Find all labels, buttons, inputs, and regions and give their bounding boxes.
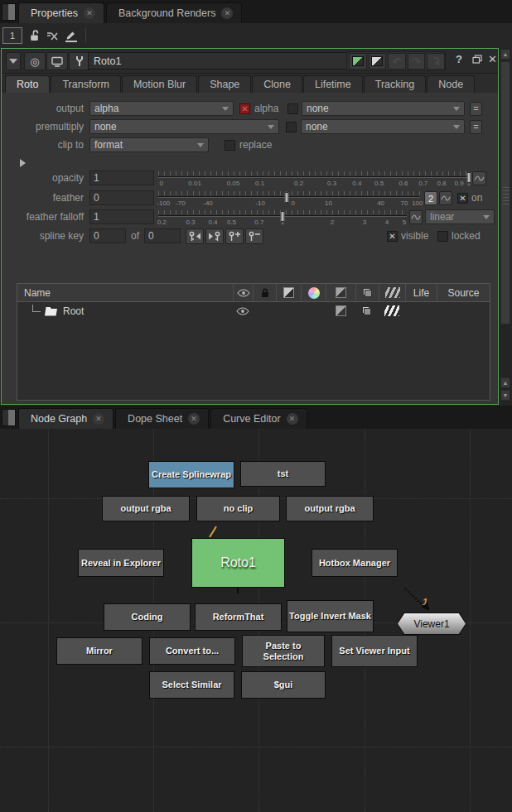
node-name-input[interactable] (88, 52, 353, 70)
scroll-up-icon[interactable]: ▲ (500, 49, 510, 60)
opacity-curve-button[interactable] (472, 171, 486, 185)
gradient-column-header[interactable] (326, 284, 355, 301)
tab-background-renders[interactable]: Background Renders ✕ (106, 2, 242, 23)
close-panel-icon[interactable]: ✕ (488, 53, 497, 65)
prev-key-button[interactable] (186, 228, 204, 244)
revert-button[interactable]: ↷ (427, 53, 445, 70)
tab-node-graph[interactable]: Node Graph ✕ (18, 408, 114, 429)
node-graph[interactable]: Create Splinewrap tst output rgba no cli… (0, 429, 512, 812)
feather-slider[interactable]: -100-70-40-100104070100 (158, 190, 420, 209)
replace-checkbox[interactable] (225, 140, 235, 151)
table-row-root[interactable]: Root (17, 302, 490, 320)
roto1-input-stub[interactable] (209, 526, 217, 538)
node-create-splinewrap[interactable]: Create Splinewrap (148, 461, 234, 488)
life-column-header[interactable]: Life (405, 284, 437, 301)
feather-curve-button[interactable] (439, 191, 452, 205)
name-column-header[interactable]: Name (17, 284, 233, 301)
panel-tab[interactable]: Roto (5, 75, 50, 93)
node-hotbox-manager[interactable]: Hotbox Manager (312, 549, 398, 577)
scroll-down-icon[interactable]: ▼ (500, 390, 510, 401)
row-layers-toggle[interactable] (355, 302, 379, 320)
panel-tab[interactable]: Tracking (364, 75, 426, 93)
panel-tab[interactable]: Lifetime (303, 75, 363, 93)
node-roto1[interactable]: Roto1 (191, 538, 285, 588)
close-icon[interactable]: ✕ (93, 413, 104, 425)
visibility-column-header[interactable] (233, 284, 253, 301)
lock-column-header[interactable] (253, 284, 276, 301)
tab-dope-sheet[interactable]: Dope Sheet ✕ (115, 408, 209, 429)
center-node-button[interactable]: ◎ (24, 52, 46, 70)
collapse-button[interactable] (6, 52, 21, 70)
add-key-button[interactable] (225, 228, 244, 244)
node-gui[interactable]: $gui (241, 671, 326, 699)
slider-handle[interactable] (281, 211, 285, 222)
falloff-type-dropdown[interactable]: linear (425, 209, 495, 224)
output-equals-button[interactable]: = (470, 102, 482, 116)
slider-handle[interactable] (284, 192, 288, 203)
node-reveal-in-explorer[interactable]: Reveal in Explorer (78, 549, 164, 577)
pane-menu-icon[interactable] (2, 409, 16, 426)
opacity-input[interactable] (89, 171, 154, 185)
unlock-icon[interactable] (29, 30, 40, 41)
close-icon[interactable]: ✕ (287, 413, 298, 425)
help-button[interactable]: ? (456, 53, 462, 65)
close-icon[interactable]: ✕ (84, 7, 95, 19)
close-icon[interactable]: ✕ (188, 413, 200, 425)
output-extra-checkbox[interactable] (287, 103, 298, 114)
node-set-viewer-input[interactable]: Set Viewer Input (331, 635, 418, 667)
feather-input[interactable] (89, 190, 154, 205)
node-reformthat[interactable]: ReformThat (195, 603, 282, 631)
premultiply-dropdown[interactable]: none (89, 119, 279, 134)
node-paste-to-selection[interactable]: Paste to Selection (242, 635, 325, 667)
pane-menu-icon[interactable] (2, 3, 16, 21)
next-key-button[interactable] (205, 228, 224, 244)
tab-properties[interactable]: Properties ✕ (18, 2, 104, 23)
locked-checkbox[interactable] (437, 231, 448, 242)
viewer-node-shape[interactable]: Viewer1 (398, 613, 466, 634)
feather-falloff-input[interactable] (89, 209, 154, 224)
clip-to-dropdown[interactable]: format (89, 137, 209, 152)
panel-tab[interactable]: Node (427, 75, 475, 93)
node-output-rgba-1[interactable]: output rgba (102, 496, 190, 521)
row-motionblur-toggle[interactable] (379, 302, 405, 320)
panel-tab[interactable]: Motion Blur (122, 75, 197, 93)
node-output-rgba-2[interactable]: output rgba (286, 496, 374, 521)
feather-falloff-slider[interactable]: 0.20.30.40.50.712345 (158, 209, 407, 228)
max-panels-input[interactable] (2, 27, 22, 44)
node-viewer1[interactable]: Viewer1 (398, 613, 466, 634)
monitor-button[interactable] (46, 52, 68, 70)
node-no-clip[interactable]: no clip (196, 496, 280, 521)
node-coding[interactable]: Coding (104, 603, 191, 631)
output-dropdown[interactable]: alpha (89, 101, 234, 116)
alpha-checkbox[interactable]: ✕ (239, 103, 250, 114)
spline-key-total-input[interactable] (144, 228, 181, 243)
feather-views-button[interactable]: 2 (424, 191, 437, 205)
node-mirror[interactable]: Mirror (56, 637, 142, 665)
delete-key-button[interactable] (245, 228, 263, 244)
node-select-similar[interactable]: Select Similar (149, 671, 234, 699)
visible-checkbox[interactable]: ✕ (387, 231, 398, 242)
close-icon[interactable]: ✕ (221, 7, 233, 19)
panel-tab[interactable]: Transform (51, 75, 121, 93)
slider-handle[interactable] (466, 172, 471, 183)
spline-key-input[interactable] (89, 228, 126, 243)
feather-on-checkbox[interactable]: ✕ (457, 193, 468, 204)
scrollbar-thumb[interactable] (500, 61, 510, 324)
panel-tab[interactable]: Clone (252, 75, 302, 93)
properties-scrollbar[interactable]: ▲ ▲ ▼ (500, 48, 511, 406)
premultiply-extra-checkbox[interactable] (286, 122, 297, 132)
close-all-panels-icon[interactable] (46, 31, 59, 41)
expand-arrow-icon[interactable] (20, 159, 30, 167)
roto1-output-stub[interactable] (237, 588, 239, 593)
row-gradient-toggle[interactable] (326, 302, 355, 320)
falloff-curve-button[interactable] (409, 210, 423, 224)
edit-pencil-icon[interactable] (65, 30, 77, 42)
fill-color-button[interactable] (349, 53, 367, 70)
invert-column-header[interactable] (276, 284, 301, 301)
premultiply-none-dropdown[interactable]: none (301, 119, 465, 134)
row-visibility-toggle[interactable] (233, 302, 253, 320)
node-tst[interactable]: tst (240, 461, 326, 487)
node-convert-to[interactable]: Convert to... (149, 637, 235, 665)
undo-button[interactable]: ↶ (388, 53, 406, 70)
scroll-up-icon[interactable]: ▲ (500, 377, 510, 388)
